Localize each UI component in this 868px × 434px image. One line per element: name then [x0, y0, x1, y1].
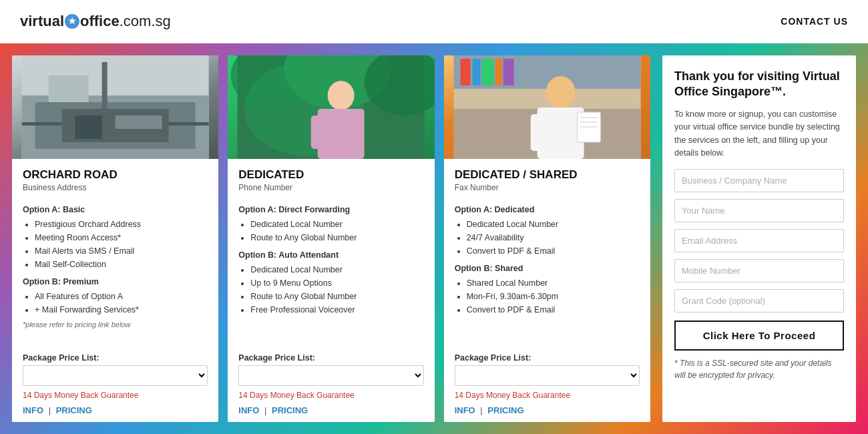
svg-rect-17	[338, 116, 351, 149]
svg-rect-24	[495, 59, 501, 85]
logo-office-text: office	[80, 13, 120, 30]
link-separator: |	[264, 405, 266, 415]
list-item: Meeting Room Access*	[35, 231, 208, 244]
logo-virtual-text: virtual	[20, 13, 64, 30]
card-orchard-package-select[interactable]	[23, 365, 208, 386]
list-item: Free Professional Voiceover	[250, 303, 423, 316]
ssl-note: * This is a SSL-secured site and your de…	[674, 357, 844, 381]
right-panel-description: To know more or signup, you can customis…	[674, 108, 844, 160]
card-dedicated-image	[228, 55, 434, 159]
list-item: Mail Self-Collection	[35, 258, 208, 271]
card-fax-option-a-title: Option A: Dedicated	[455, 203, 640, 216]
list-item: Convert to PDF & Email	[467, 303, 640, 316]
list-item: Prestigious Orchard Address	[35, 218, 208, 231]
card-orchard-content: Option A: Basic Prestigious Orchard Addr…	[23, 199, 208, 347]
card-orchard-links: INFO | PRICING	[23, 405, 208, 415]
list-item: Up to 9 Menu Options	[250, 276, 423, 290]
card-orchard-pricing-link[interactable]: PRICING	[56, 405, 92, 415]
card-fax: DEDICATED / SHARED Fax Number Option A: …	[444, 55, 650, 422]
list-item: Dedicated Local Number	[250, 263, 423, 276]
card-fax-body: DEDICATED / SHARED Fax Number Option A: …	[444, 159, 650, 422]
card-dedicated-title: DEDICATED	[238, 168, 423, 182]
contact-us-link[interactable]: CONTACT US	[781, 16, 848, 27]
card-orchard-option-a-title: Option A: Basic	[23, 203, 208, 216]
svg-rect-3	[49, 75, 89, 102]
company-name-input[interactable]	[674, 169, 844, 192]
card-dedicated-package-label: Package Price List:	[238, 353, 423, 363]
card-fax-option-a-list: Dedicated Local Number 24/7 Availability…	[455, 218, 640, 258]
cards-container: ORCHARD ROAD Business Address Option A: …	[0, 43, 662, 434]
mobile-input[interactable]	[674, 259, 844, 282]
svg-rect-22	[472, 59, 480, 85]
svg-rect-28	[530, 114, 542, 151]
card-fax-info-link[interactable]: INFO	[455, 405, 475, 415]
card-dedicated-option-a-list: Dedicated Local Number Route to Any Glob…	[238, 218, 423, 244]
card-fax-option-b-title: Option B: Shared	[455, 262, 640, 275]
card-fax-package-label: Package Price List:	[455, 353, 640, 363]
proceed-button[interactable]: Click Here To Proceed	[674, 320, 844, 351]
svg-rect-21	[460, 59, 470, 85]
card-orchard: ORCHARD ROAD Business Address Option A: …	[12, 55, 218, 422]
card-dedicated-pricing-link[interactable]: PRICING	[272, 405, 308, 415]
card-fax-title: DEDICATED / SHARED	[455, 168, 640, 182]
list-item: All Features of Option A	[35, 290, 208, 303]
link-separator: |	[480, 405, 482, 415]
card-fax-content: Option A: Dedicated Dedicated Local Numb…	[455, 199, 640, 347]
card-orchard-option-a-list: Prestigious Orchard Address Meeting Room…	[23, 218, 208, 271]
card-fax-money-back: 14 Days Money Back Guarantee	[455, 391, 640, 400]
list-item: Mon-Fri, 9.30am-6.30pm	[467, 290, 640, 303]
card-fax-option-b-list: Shared Local Number Mon-Fri, 9.30am-6.30…	[455, 276, 640, 316]
svg-rect-25	[503, 59, 513, 85]
main-area: ORCHARD ROAD Business Address Option A: …	[0, 43, 868, 434]
card-orchard-option-b-title: Option B: Premium	[23, 275, 208, 288]
right-panel-heading: Thank you for visiting Virtual Office Si…	[674, 69, 844, 100]
list-item: Dedicated Local Number	[467, 218, 640, 231]
card-dedicated-option-b-title: Option B: Auto Attendant	[238, 248, 423, 262]
svg-rect-7	[75, 116, 102, 139]
list-item: Mail Alerts via SMS / Email	[35, 244, 208, 258]
svg-point-14	[328, 81, 355, 110]
card-dedicated-option-b-list: Dedicated Local Number Up to 9 Menu Opti…	[238, 263, 423, 316]
svg-point-26	[546, 76, 575, 108]
svg-rect-8	[116, 116, 162, 129]
svg-rect-23	[481, 59, 493, 85]
card-orchard-image	[12, 55, 218, 159]
right-panel: Thank you for visiting Virtual Office Si…	[662, 55, 856, 422]
card-orchard-note: *please refer to pricing link below	[23, 319, 208, 331]
list-item: Dedicated Local Number	[250, 218, 423, 231]
card-orchard-title: ORCHARD ROAD	[23, 168, 208, 182]
list-item: + Mail Forwarding Services*	[35, 303, 208, 316]
card-dedicated-body: DEDICATED Phone Number Option A: Direct …	[228, 159, 434, 422]
logo: virtual★office.com.sg	[20, 13, 171, 30]
card-orchard-info-link[interactable]: INFO	[23, 405, 43, 415]
card-dedicated-content: Option A: Direct Forwarding Dedicated Lo…	[238, 199, 423, 347]
list-item: Convert to PDF & Email	[467, 244, 640, 258]
card-dedicated: DEDICATED Phone Number Option A: Direct …	[228, 55, 434, 422]
card-dedicated-money-back: 14 Days Money Back Guarantee	[238, 391, 423, 400]
card-orchard-option-b-list: All Features of Option A + Mail Forwardi…	[23, 290, 208, 316]
card-dedicated-option-a-title: Option A: Direct Forwarding	[238, 203, 423, 216]
card-orchard-subtitle: Business Address	[23, 183, 208, 192]
card-dedicated-links: INFO | PRICING	[238, 405, 423, 415]
card-dedicated-package-select[interactable]	[238, 365, 423, 386]
card-dedicated-subtitle: Phone Number	[238, 183, 423, 192]
card-dedicated-info-link[interactable]: INFO	[238, 405, 259, 415]
list-item: Shared Local Number	[467, 276, 640, 290]
list-item: Route to Any Global Number	[250, 290, 423, 303]
logo-star-icon: ★	[65, 14, 79, 29]
card-fax-package-select[interactable]	[455, 365, 640, 386]
grant-code-input[interactable]	[674, 289, 844, 312]
card-orchard-body: ORCHARD ROAD Business Address Option A: …	[12, 159, 218, 422]
email-input[interactable]	[674, 229, 844, 252]
card-orchard-package-label: Package Price List:	[23, 353, 208, 363]
header: virtual★office.com.sg CONTACT US	[0, 0, 868, 43]
logo-domain-text: .com.sg	[120, 13, 171, 30]
list-item: Route to Any Global Number	[250, 231, 423, 244]
card-fax-pricing-link[interactable]: PRICING	[487, 405, 523, 415]
card-fax-image	[444, 55, 650, 159]
card-fax-subtitle: Fax Number	[455, 183, 640, 192]
card-orchard-money-back: 14 Days Money Back Guarantee	[23, 391, 208, 400]
your-name-input[interactable]	[674, 199, 844, 222]
svg-rect-16	[311, 116, 324, 149]
list-item: 24/7 Availability	[467, 231, 640, 244]
